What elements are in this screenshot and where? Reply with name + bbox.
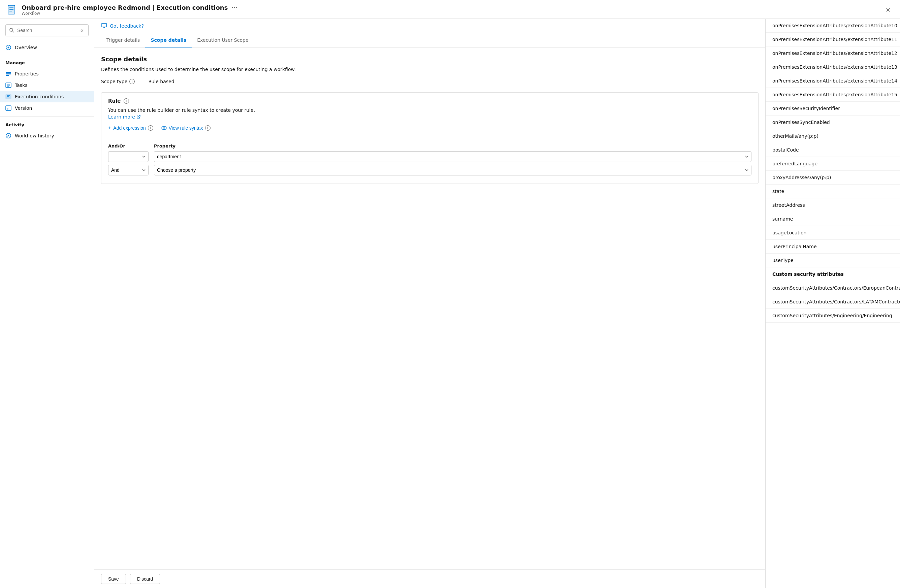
svg-rect-9	[6, 72, 11, 73]
dropdown-list-item[interactable]: onPremisesSyncEnabled	[766, 115, 900, 129]
overview-icon	[5, 45, 11, 51]
dropdown-list-item[interactable]: customSecurityAttributes/Contractors/LAT…	[766, 295, 900, 309]
sidebar-item-execution-conditions[interactable]: Execution conditions	[0, 91, 94, 102]
scope-type-info-icon[interactable]: i	[129, 79, 135, 84]
add-expression-info-icon[interactable]: i	[148, 125, 153, 131]
dropdown-list-item[interactable]: surname	[766, 212, 900, 226]
sidebar-item-version[interactable]: v Version	[0, 102, 94, 114]
dropdown-list-item[interactable]: postalCode	[766, 143, 900, 157]
svg-point-26	[163, 127, 165, 129]
rule-table-header: And/Or Property	[108, 143, 751, 149]
execution-conditions-icon	[5, 94, 11, 100]
dropdown-list-item[interactable]: onPremisesExtensionAttributes/extensionA…	[766, 33, 900, 47]
header-main-title: Onboard pre-hire employee Redmond | Exec…	[22, 4, 237, 11]
view-rule-syntax-button[interactable]: View rule syntax i	[161, 125, 211, 131]
svg-rect-0	[8, 5, 15, 14]
dropdown-list-item[interactable]: proxyAddresses/any(p:p)	[766, 171, 900, 185]
document-icon	[7, 5, 17, 16]
sidebar-item-label: Overview	[15, 45, 37, 50]
dropdown-list-item[interactable]: onPremisesSecurity​Identifier	[766, 102, 900, 115]
feedback-bar: Got feedback?	[94, 19, 765, 33]
dropdown-list-item[interactable]: state	[766, 185, 900, 199]
tab-scope-details[interactable]: Scope details	[145, 33, 192, 48]
search-input[interactable]	[17, 28, 76, 33]
collapse-sidebar-button[interactable]: «	[79, 26, 85, 34]
dropdown-list-item[interactable]: customSecurityAttributes/Engineering/Eng…	[766, 309, 900, 323]
rule-divider	[108, 138, 751, 138]
rule-info-icon[interactable]: i	[124, 98, 129, 104]
dropdown-list-item[interactable]: streetAddress	[766, 199, 900, 212]
version-icon: v	[5, 105, 11, 111]
save-button[interactable]: Save	[101, 574, 126, 584]
sidebar-divider	[0, 56, 94, 56]
andor-select-2[interactable]: And Or	[108, 165, 149, 175]
sidebar-item-label: Properties	[15, 71, 39, 76]
sidebar-item-label: Execution conditions	[15, 94, 64, 99]
add-expression-button[interactable]: + Add expression i	[108, 125, 153, 131]
dropdown-list-item[interactable]: usageLocation	[766, 226, 900, 240]
dropdown-panel: onPremisesExtensionAttributes/extensionA…	[765, 19, 900, 588]
svg-rect-11	[6, 75, 9, 76]
svg-point-5	[10, 28, 13, 31]
learn-more-link[interactable]: Learn more	[108, 114, 140, 119]
dropdown-section-header: Custom security attributes	[766, 267, 900, 281]
sidebar-item-workflow-history[interactable]: i Workflow history	[0, 130, 94, 141]
tab-trigger-details[interactable]: Trigger details	[101, 33, 145, 48]
svg-line-6	[12, 31, 14, 32]
tasks-icon	[5, 82, 11, 88]
page-title: Onboard pre-hire employee Redmond | Exec…	[22, 4, 228, 11]
dropdown-list-item[interactable]: preferredLanguage	[766, 157, 900, 171]
dropdown-list-item[interactable]: userType	[766, 254, 900, 267]
panel-content: Scope details Defines the conditions use…	[94, 48, 765, 569]
svg-rect-10	[6, 73, 11, 74]
main-panel: Got feedback? Trigger details Scope deta…	[94, 19, 765, 588]
plus-icon: +	[108, 125, 111, 131]
dropdown-list-item[interactable]: onPremisesExtensionAttributes/extensionA…	[766, 74, 900, 88]
activity-divider	[0, 116, 94, 117]
scope-details-description: Defines the conditions used to determine…	[101, 67, 759, 72]
svg-text:v: v	[7, 107, 9, 110]
discard-button[interactable]: Discard	[130, 574, 160, 584]
view-syntax-info-icon[interactable]: i	[205, 125, 211, 131]
content-area: Got feedback? Trigger details Scope deta…	[94, 19, 900, 588]
rule-actions: + Add expression i View rule syntax i	[108, 125, 751, 131]
sidebar-item-label: Workflow history	[15, 133, 54, 138]
property-column-header: Property	[154, 143, 751, 149]
activity-section-label: Activity	[0, 119, 94, 130]
header-left: Onboard pre-hire employee Redmond | Exec…	[7, 4, 237, 16]
scope-type-label: Scope type i	[101, 79, 135, 84]
sidebar-item-tasks[interactable]: Tasks	[0, 79, 94, 91]
rule-description: You can use the rule builder or rule syn…	[108, 107, 751, 113]
close-button[interactable]: ✕	[883, 5, 893, 15]
sidebar-item-label: Tasks	[15, 82, 28, 88]
andor-column-header: And/Or	[108, 143, 149, 149]
dropdown-list-item[interactable]: customSecurityAttributes/Contractors/Eur…	[766, 281, 900, 295]
feedback-label[interactable]: Got feedback?	[110, 23, 144, 29]
tab-execution-user-scope[interactable]: Execution User Scope	[192, 33, 254, 48]
property-select-2[interactable]: Choose a property department	[154, 165, 751, 175]
search-icon	[9, 28, 14, 33]
header-titles: Onboard pre-hire employee Redmond | Exec…	[22, 4, 237, 16]
svg-text:i: i	[8, 135, 8, 138]
scope-details-title: Scope details	[101, 56, 759, 63]
dropdown-list-item[interactable]: onPremisesExtensionAttributes/extensionA…	[766, 88, 900, 102]
scope-type-value: Rule based	[148, 79, 174, 84]
andor-select-1[interactable]: And Or	[108, 151, 149, 162]
dropdown-list-item[interactable]: otherMails/any(p:p)	[766, 129, 900, 143]
dropdown-list-item[interactable]: onPremisesExtensionAttributes/extensionA…	[766, 60, 900, 74]
property-select-1[interactable]: department	[154, 151, 751, 162]
header-dots[interactable]: ···	[231, 5, 237, 11]
svg-point-24	[103, 27, 105, 28]
scope-type-row: Scope type i Rule based	[101, 79, 759, 84]
properties-icon	[5, 71, 11, 77]
tabs-row: Trigger details Scope details Execution …	[94, 33, 765, 48]
dropdown-list-item[interactable]: onPremisesExtensionAttributes/extensionA…	[766, 19, 900, 33]
history-icon: i	[5, 133, 11, 139]
sidebar-item-overview[interactable]: Overview	[0, 42, 94, 53]
dropdown-list-item[interactable]: userPrincipalName	[766, 240, 900, 254]
rule-header: Rule i	[108, 98, 751, 104]
header-subtitle: Workflow	[22, 11, 237, 16]
dropdown-list-item[interactable]: onPremisesExtensionAttributes/extensionA…	[766, 47, 900, 60]
sidebar-item-properties[interactable]: Properties	[0, 68, 94, 79]
main-layout: « Overview Manage Properties	[0, 19, 900, 588]
